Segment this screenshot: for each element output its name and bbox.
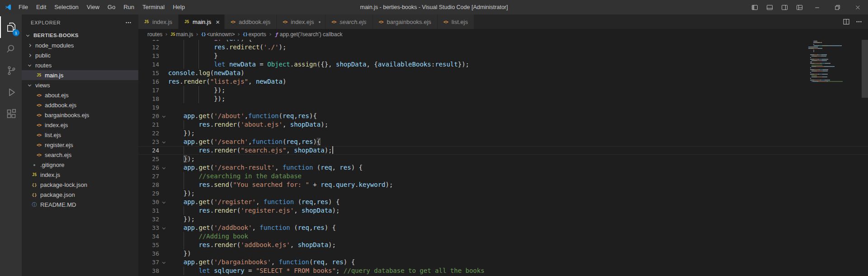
fold-toggle[interactable] — [159, 224, 168, 232]
activity-search[interactable] — [0, 38, 22, 60]
activity-run-debug[interactable] — [0, 81, 22, 103]
code-line-16[interactable]: 16res.render("list.ejs", newData) — [138, 77, 868, 86]
tree-root-berties-books[interactable]: BERTIES-BOOKS — [22, 30, 138, 40]
fold-toggle[interactable] — [159, 258, 168, 266]
code-line-17[interactable]: 17 }); — [138, 86, 868, 95]
code-line-37[interactable]: 37 app.get('/bargainbooks', function(req… — [138, 258, 868, 266]
fold-toggle[interactable] — [159, 163, 168, 172]
tab-search.ejs[interactable]: <>search.ejs — [326, 14, 373, 29]
minimize-button[interactable] — [807, 0, 827, 14]
code-line-11[interactable]: 11 if (err) { — [138, 40, 868, 43]
code-line-29[interactable]: 29 }); — [138, 189, 868, 198]
scrollbar-thumb[interactable] — [862, 40, 868, 98]
code-line-38[interactable]: 38 let sqlquery = "SELECT * FROM books";… — [138, 266, 868, 275]
code-editor[interactable]: 11 if (err) {12 res.redirect('./');13 }1… — [138, 40, 868, 276]
explorer-more-actions-icon[interactable] — [125, 19, 132, 26]
file-register.ejs[interactable]: <>register.ejs — [22, 140, 138, 150]
restore-button[interactable] — [827, 0, 848, 14]
toggle-panel-button[interactable] — [762, 0, 777, 14]
sidebar: EXPLORER BERTIES-BOOKS node_modulespubli… — [22, 14, 138, 276]
code-line-19[interactable]: 19 — [138, 103, 868, 112]
file-about.ejs[interactable]: <>about.ejs — [22, 90, 138, 100]
activity-source-control[interactable] — [0, 60, 22, 81]
code-line-22[interactable]: 22 }); — [138, 129, 868, 138]
file-public[interactable]: public — [22, 50, 138, 60]
tab-addbook.ejs[interactable]: <>addbook.ejs — [225, 14, 277, 29]
menu-terminal[interactable]: Terminal — [138, 0, 169, 14]
close-button[interactable] — [848, 0, 868, 14]
breadcrumb-item[interactable]: routes — [147, 31, 162, 38]
menu-go[interactable]: Go — [104, 0, 119, 14]
breadcrumb-item[interactable]: JSmain.js — [170, 31, 193, 38]
menu-edit[interactable]: Edit — [32, 0, 50, 14]
code-line-31[interactable]: 31 res.render('register.ejs', shopData); — [138, 206, 868, 215]
menu-run[interactable]: Run — [119, 0, 138, 14]
toggle-sidebar-button[interactable] — [747, 0, 762, 14]
menu-file[interactable]: File — [14, 0, 32, 14]
file-main.js[interactable]: JSmain.js — [22, 70, 138, 80]
code-line-28[interactable]: 28 res.send("You searched for: " + req.q… — [138, 181, 868, 189]
code-line-32[interactable]: 32 }); — [138, 215, 868, 224]
activity-explorer[interactable]: 1 — [0, 16, 22, 38]
file-index.ejs[interactable]: <>index.ejs — [22, 120, 138, 130]
fold-column — [159, 155, 168, 163]
code-line-13[interactable]: 13 } — [138, 52, 868, 60]
file-bargainbooks.ejs[interactable]: <>bargainbooks.ejs — [22, 110, 138, 120]
tab-bargainbooks.ejs[interactable]: <>bargainbooks.ejs — [373, 14, 438, 29]
line-number: 31 — [138, 206, 159, 215]
fold-toggle[interactable] — [159, 112, 168, 120]
code-line-36[interactable]: 36 }) — [138, 249, 868, 258]
code-line-25[interactable]: 25 }); — [138, 155, 868, 163]
close-tab-icon[interactable]: × — [216, 19, 220, 25]
file-views[interactable]: views — [22, 80, 138, 90]
file-search.ejs[interactable]: <>search.ejs — [22, 150, 138, 160]
file-list.ejs[interactable]: <>list.ejs — [22, 130, 138, 140]
tab-list.ejs[interactable]: <>list.ejs — [438, 14, 474, 29]
file-node_modules[interactable]: node_modules — [22, 40, 138, 50]
code-line-34[interactable]: 34 //Adding book — [138, 232, 868, 241]
code-line-35[interactable]: 35 res.render('addbook.ejs', shopData); — [138, 241, 868, 249]
code-line-24[interactable]: 24 res.render("search.ejs", shopData); — [138, 146, 868, 155]
split-editor-button[interactable] — [840, 15, 853, 28]
file-.gitignore[interactable]: ◆.gitignore — [22, 160, 138, 170]
file-label: list.ejs — [45, 132, 61, 138]
line-number: 33 — [138, 224, 159, 232]
file-package.json[interactable]: {}package.json — [22, 190, 138, 200]
customize-layout-button[interactable] — [792, 0, 807, 14]
tab-index.ejs[interactable]: <>index.ejs● — [277, 14, 326, 29]
file-package-lock.json[interactable]: {}package-lock.json — [22, 180, 138, 190]
menu-help[interactable]: Help — [169, 0, 189, 14]
code-line-18[interactable]: 18 }); — [138, 95, 868, 103]
file-index.js[interactable]: JSindex.js — [22, 170, 138, 180]
breadcrumb-item[interactable]: {}<unknown> — [200, 31, 235, 38]
tab-main.js[interactable]: JSmain.js× — [179, 14, 225, 29]
minimap[interactable] — [808, 41, 859, 276]
tab-index.js[interactable]: JSindex.js — [138, 14, 179, 29]
menu-view[interactable]: View — [83, 0, 104, 14]
code-line-15[interactable]: 15console.log(newData) — [138, 69, 868, 77]
code-line-12[interactable]: 12 res.redirect('./'); — [138, 43, 868, 52]
file-routes[interactable]: routes — [22, 60, 138, 70]
file-addbook.ejs[interactable]: <>addbook.ejs — [22, 100, 138, 110]
editor-scrollbar[interactable] — [862, 40, 868, 276]
breadcrumb: routesJSmain.js{}<unknown>{}exportsƒapp.… — [138, 29, 868, 40]
fold-toggle[interactable] — [159, 138, 168, 146]
fold-column — [159, 43, 168, 52]
more-actions-button[interactable] — [853, 15, 865, 28]
code-line-26[interactable]: 26 app.get('/search-result', function (r… — [138, 163, 868, 172]
toggle-secondary-sidebar-button[interactable] — [777, 0, 792, 14]
fold-toggle[interactable] — [159, 198, 168, 206]
file-README.MD[interactable]: ⓘREADME.MD — [22, 200, 138, 209]
code-line-30[interactable]: 30 app.get('/register', function (req,re… — [138, 198, 868, 206]
activity-extensions[interactable] — [0, 103, 22, 125]
code-line-14[interactable]: 14 let newData = Object.assign({}, shopD… — [138, 60, 868, 69]
menu-selection[interactable]: Selection — [50, 0, 82, 14]
chevron-down-icon — [162, 200, 165, 204]
code-line-20[interactable]: 20 app.get('/about',function(req,res){ — [138, 112, 868, 120]
code-line-27[interactable]: 27 //searching in the database — [138, 172, 868, 181]
breadcrumb-item[interactable]: ƒapp.get('/search') callback — [274, 31, 343, 38]
code-line-23[interactable]: 23 app.get('/search',function(req,res){ — [138, 138, 868, 146]
breadcrumb-item[interactable]: {}exports — [242, 31, 266, 38]
code-line-33[interactable]: 33 app.get('/addbook', function (req,res… — [138, 224, 868, 232]
code-line-21[interactable]: 21 res.render('about.ejs', shopData); — [138, 120, 868, 129]
